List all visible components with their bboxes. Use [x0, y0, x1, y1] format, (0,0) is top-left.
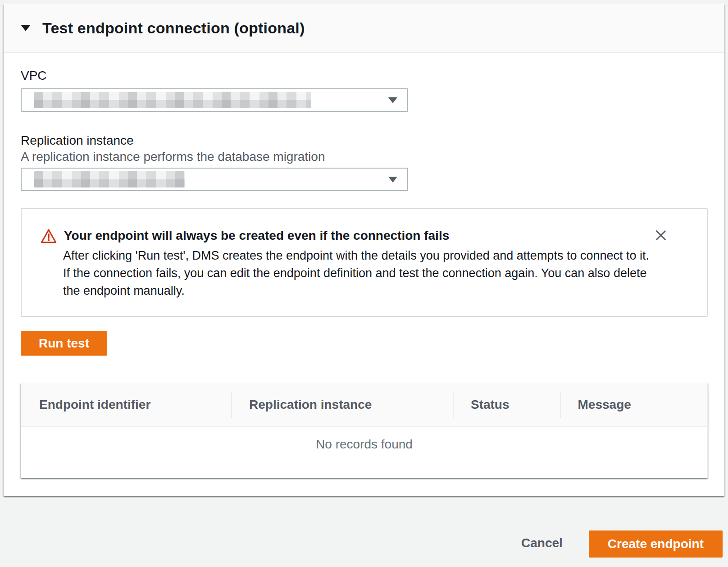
create-endpoint-button[interactable]: Create endpoint	[589, 530, 723, 558]
replication-instance-label: Replication instance	[21, 133, 707, 149]
close-icon	[654, 228, 668, 242]
run-test-button[interactable]: Run test	[21, 331, 107, 356]
column-header-status: Status	[453, 383, 560, 426]
test-results-table: Endpoint identifier Replication instance…	[21, 383, 708, 478]
test-endpoint-connection-card: Test endpoint connection (optional) VPC …	[4, 4, 724, 496]
section-body: VPC Replication instance A replication i…	[4, 53, 724, 496]
chevron-down-icon	[388, 97, 397, 103]
collapse-caret-icon	[21, 25, 31, 31]
section-header[interactable]: Test endpoint connection (optional)	[4, 4, 724, 53]
vpc-label: VPC	[21, 68, 707, 84]
column-header-replication-instance: Replication instance	[231, 383, 453, 426]
replication-instance-select-value-redacted	[34, 171, 185, 187]
section-title: Test endpoint connection (optional)	[42, 19, 305, 37]
table-empty-state: No records found	[21, 427, 707, 478]
column-header-endpoint-identifier: Endpoint identifier	[21, 383, 231, 426]
form-actions-footer: Cancel Create endpoint	[0, 500, 728, 567]
replication-instance-select[interactable]	[21, 168, 408, 191]
vpc-select[interactable]	[21, 88, 408, 112]
replication-instance-description: A replication instance performs the data…	[21, 149, 707, 165]
cancel-button[interactable]: Cancel	[521, 530, 563, 556]
chevron-down-icon	[388, 177, 397, 183]
warning-alert: Your endpoint will always be created eve…	[21, 208, 708, 317]
alert-body: After clicking 'Run test', DMS creates t…	[63, 247, 653, 300]
vpc-select-value-redacted	[34, 92, 311, 108]
alert-close-button[interactable]	[653, 227, 669, 243]
alert-title: Your endpoint will always be created eve…	[64, 227, 449, 244]
warning-triangle-icon	[41, 228, 57, 244]
column-header-message: Message	[560, 383, 707, 426]
table-header-row: Endpoint identifier Replication instance…	[21, 383, 707, 427]
